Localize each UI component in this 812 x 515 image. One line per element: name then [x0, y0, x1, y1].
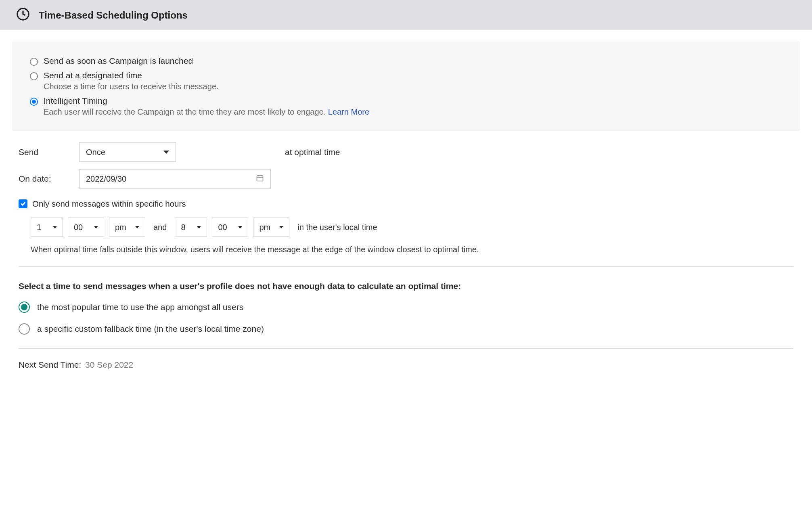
date-input[interactable]: 2022/09/30	[79, 169, 271, 188]
start-ampm-select[interactable]: pm	[109, 218, 145, 237]
svg-rect-1	[257, 176, 263, 181]
end-ampm-value: pm	[259, 223, 270, 232]
learn-more-link[interactable]: Learn More	[328, 107, 369, 116]
timezone-text: in the user's local time	[294, 223, 380, 232]
send-suffix-text: at optimal time	[285, 147, 340, 157]
end-hour-select[interactable]: 8	[175, 218, 207, 237]
radio-intelligent-timing[interactable]: Intelligent Timing Each user will receiv…	[30, 96, 782, 117]
radio-send-immediately[interactable]: Send as soon as Campaign is launched	[30, 56, 782, 66]
radio-description: Choose a time for users to receive this …	[44, 82, 219, 91]
radio-send-designated-time[interactable]: Send at a designated time Choose a time …	[30, 71, 782, 91]
fallback-radio-custom-time[interactable]: a specific custom fallback time (in the …	[12, 323, 800, 335]
radio-icon	[30, 72, 38, 80]
frequency-value: Once	[86, 148, 105, 157]
radio-icon-selected	[30, 98, 38, 106]
radio-icon	[19, 323, 30, 335]
chevron-down-icon	[135, 226, 139, 228]
start-hour-select[interactable]: 1	[31, 218, 63, 237]
end-ampm-select[interactable]: pm	[253, 218, 289, 237]
calendar-icon	[256, 174, 264, 184]
chevron-down-icon	[94, 226, 98, 228]
clock-icon	[16, 7, 30, 23]
checkbox-label: Only send messages within specific hours	[32, 199, 186, 209]
radio-description-text: Each user will receive the Campaign at t…	[44, 107, 328, 116]
radio-description: Each user will receive the Campaign at t…	[44, 107, 369, 117]
fallback-heading: Select a time to send messages when a us…	[12, 281, 800, 291]
fallback-radio-popular-time[interactable]: the most popular time to use the app amo…	[12, 301, 800, 313]
scheduling-mode-panel: Send as soon as Campaign is launched Sen…	[12, 42, 800, 131]
start-minute-select[interactable]: 00	[68, 218, 104, 237]
radio-label: Intelligent Timing	[44, 96, 369, 106]
radio-label: Send as soon as Campaign is launched	[44, 56, 193, 66]
checkbox-checked-icon	[19, 199, 27, 208]
chevron-down-icon	[197, 226, 201, 228]
specific-hours-checkbox-row[interactable]: Only send messages within specific hours	[12, 199, 800, 209]
end-minute-value: 00	[218, 223, 227, 232]
end-minute-select[interactable]: 00	[212, 218, 248, 237]
chevron-down-icon	[279, 226, 283, 228]
page-title: Time-Based Scheduling Options	[39, 10, 188, 21]
start-ampm-value: pm	[115, 223, 126, 232]
on-date-row: On date: 2022/09/30	[12, 169, 800, 188]
send-frequency-row: Send Once at optimal time	[12, 142, 800, 162]
start-minute-value: 00	[74, 223, 83, 232]
fallback-option-label: a specific custom fallback time (in the …	[37, 324, 264, 334]
chevron-down-icon	[163, 151, 169, 154]
and-text: and	[150, 223, 170, 232]
divider	[19, 348, 793, 349]
radio-icon	[30, 58, 38, 66]
start-hour-value: 1	[37, 223, 41, 232]
send-label: Send	[19, 147, 79, 157]
end-hour-value: 8	[181, 223, 185, 232]
header-bar: Time-Based Scheduling Options	[0, 0, 812, 30]
hours-window-row: 1 00 pm and 8 00 pm in the user's local …	[12, 218, 800, 237]
chevron-down-icon	[53, 226, 57, 228]
radio-label: Send at a designated time	[44, 71, 219, 80]
radio-icon-selected	[19, 301, 30, 313]
next-send-label: Next Send Time:	[19, 360, 81, 369]
frequency-select[interactable]: Once	[79, 142, 176, 162]
on-date-label: On date:	[19, 174, 79, 184]
fallback-option-label: the most popular time to use the app amo…	[37, 302, 243, 312]
divider	[19, 266, 793, 267]
hours-help-text: When optimal time falls outside this win…	[12, 245, 800, 254]
chevron-down-icon	[238, 226, 242, 228]
next-send-time-row: Next Send Time: 30 Sep 2022	[12, 360, 800, 370]
next-send-value: 30 Sep 2022	[85, 360, 133, 369]
date-value: 2022/09/30	[86, 174, 126, 184]
